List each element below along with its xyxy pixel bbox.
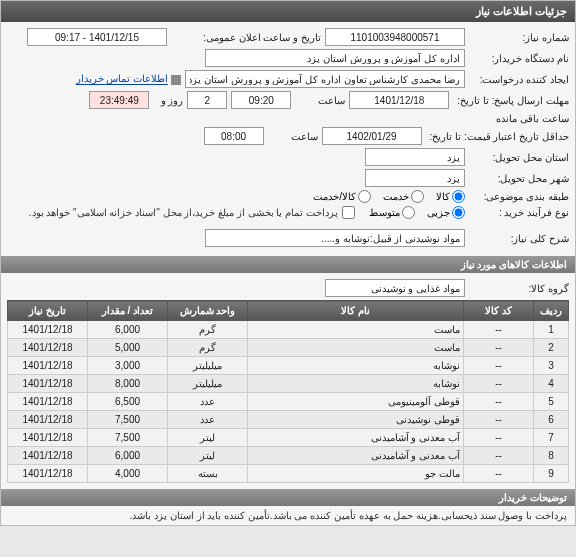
cell-date: 1401/12/18 xyxy=(8,411,88,429)
class-service-label: خدمت xyxy=(383,191,409,202)
cell-code: -- xyxy=(464,447,534,465)
items-table: ردیف کد کالا نام کالا واحد شمارش تعداد /… xyxy=(7,300,569,483)
cell-r: 4 xyxy=(534,375,569,393)
cell-r: 1 xyxy=(534,321,569,339)
cell-r: 7 xyxy=(534,429,569,447)
time-remain-label: ساعت باقی مانده xyxy=(489,113,569,124)
cell-qty: 7,500 xyxy=(88,429,168,447)
class-service-radio[interactable] xyxy=(411,190,424,203)
cell-r: 8 xyxy=(534,447,569,465)
creator-input[interactable] xyxy=(185,70,465,88)
cell-code: -- xyxy=(464,357,534,375)
col-row: ردیف xyxy=(534,301,569,321)
need-details-panel: جزئیات اطلاعات نیاز شماره نیاز: تاریخ و … xyxy=(0,0,576,526)
items-body: گروه کالا: ردیف کد کالا نام کالا واحد شم… xyxy=(1,273,575,489)
buy-med-radio[interactable] xyxy=(402,206,415,219)
class-both-radio[interactable] xyxy=(358,190,371,203)
cell-unit: میلیلیتر xyxy=(168,357,248,375)
valid-time-input[interactable] xyxy=(204,127,264,145)
class-goods-label: کالا xyxy=(436,191,450,202)
creator-label: ایجاد کننده درخواست: xyxy=(469,74,569,85)
days-remain-input[interactable] xyxy=(187,91,227,109)
cell-code: -- xyxy=(464,429,534,447)
valid-label: حداقل تاریخ اعتبار قیمت: تا تاریخ: xyxy=(426,131,569,142)
class-both-label: کالا/خدمت xyxy=(313,191,356,202)
col-date: تاریخ نیاز xyxy=(8,301,88,321)
deadline-date-input[interactable] xyxy=(349,91,449,109)
buyer-org-input[interactable] xyxy=(205,49,465,67)
class-radio-group: کالا خدمت کالا/خدمت xyxy=(303,190,465,203)
deadline-label: مهلت ارسال پاسخ: تا تاریخ: xyxy=(453,95,569,106)
cell-unit: لیتر xyxy=(168,447,248,465)
col-name: نام کالا xyxy=(248,301,464,321)
cell-r: 2 xyxy=(534,339,569,357)
buy-small-label: جزیی xyxy=(427,207,450,218)
buy-small-radio[interactable] xyxy=(452,206,465,219)
desc-input[interactable] xyxy=(205,229,465,247)
cell-name: نوشابه xyxy=(248,357,464,375)
col-qty: تعداد / مقدار xyxy=(88,301,168,321)
buy-type-radio-group: جزیی متوسط xyxy=(359,206,465,219)
province-label: استان محل تحویل: xyxy=(469,152,569,163)
ann-date-input[interactable] xyxy=(27,28,167,46)
cell-unit: لیتر xyxy=(168,429,248,447)
cell-date: 1401/12/18 xyxy=(8,339,88,357)
table-row[interactable]: 6--قوطی نوشیدنیعدد7,5001401/12/18 xyxy=(8,411,569,429)
cell-unit: عدد xyxy=(168,411,248,429)
cell-qty: 5,000 xyxy=(88,339,168,357)
province-input[interactable] xyxy=(365,148,465,166)
cell-r: 9 xyxy=(534,465,569,483)
table-row[interactable]: 9--مالت جوبسته4,0001401/12/18 xyxy=(8,465,569,483)
buy-med-label: متوسط xyxy=(369,207,400,218)
desc-label: شرح کلی نیاز: xyxy=(469,233,569,244)
time-remain-input[interactable] xyxy=(89,91,149,109)
city-input[interactable] xyxy=(365,169,465,187)
table-row[interactable]: 7--آب معدنی و آشامیدنیلیتر7,5001401/12/1… xyxy=(8,429,569,447)
cell-qty: 4,000 xyxy=(88,465,168,483)
table-row[interactable]: 4--نوشابهمیلیلیتر8,0001401/12/18 xyxy=(8,375,569,393)
notes-section-header: توضیحات خریدار xyxy=(1,489,575,506)
cell-qty: 6,500 xyxy=(88,393,168,411)
cell-date: 1401/12/18 xyxy=(8,429,88,447)
cell-name: آب معدنی و آشامیدنی xyxy=(248,429,464,447)
table-row[interactable]: 1--ماستگرم6,0001401/12/18 xyxy=(8,321,569,339)
cell-r: 5 xyxy=(534,393,569,411)
cell-qty: 6,000 xyxy=(88,447,168,465)
cell-code: -- xyxy=(464,393,534,411)
cell-r: 6 xyxy=(534,411,569,429)
cell-unit: بسته xyxy=(168,465,248,483)
group-input[interactable] xyxy=(325,279,465,297)
contact-icon xyxy=(171,75,181,85)
deadline-time-input[interactable] xyxy=(231,91,291,109)
cell-qty: 7,500 xyxy=(88,411,168,429)
class-goods-radio[interactable] xyxy=(452,190,465,203)
table-row[interactable]: 8--آب معدنی و آشامیدنیلیتر6,0001401/12/1… xyxy=(8,447,569,465)
cell-name: قوطی نوشیدنی xyxy=(248,411,464,429)
cell-date: 1401/12/18 xyxy=(8,321,88,339)
cell-date: 1401/12/18 xyxy=(8,447,88,465)
cell-name: آب معدنی و آشامیدنی xyxy=(248,447,464,465)
days-label: روز و xyxy=(153,95,183,106)
need-no-label: شماره نیاز: xyxy=(469,32,569,43)
items-section-header: اطلاعات کالاهای مورد نیاز xyxy=(1,256,575,273)
cell-r: 3 xyxy=(534,357,569,375)
buyer-notes: پرداخت با وصول سند ذیحسابی.هزینه حمل به … xyxy=(1,506,575,525)
deadline-time-label: ساعت xyxy=(295,95,345,106)
treasury-checkbox[interactable] xyxy=(342,206,355,219)
table-row[interactable]: 2--ماستگرم5,0001401/12/18 xyxy=(8,339,569,357)
cell-name: قوطی آلومینیومی xyxy=(248,393,464,411)
valid-date-input[interactable] xyxy=(322,127,422,145)
cell-name: ماست xyxy=(248,321,464,339)
cell-qty: 3,000 xyxy=(88,357,168,375)
need-no-input[interactable] xyxy=(325,28,465,46)
contact-buyer-link[interactable]: اطلاعات تماس خریدار xyxy=(76,73,181,84)
cell-unit: گرم xyxy=(168,339,248,357)
valid-time-label: ساعت xyxy=(268,131,318,142)
table-row[interactable]: 3--نوشابهمیلیلیتر3,0001401/12/18 xyxy=(8,357,569,375)
contact-label: اطلاعات تماس خریدار xyxy=(76,73,169,85)
group-label: گروه کالا: xyxy=(469,283,569,294)
col-unit: واحد شمارش xyxy=(168,301,248,321)
cell-code: -- xyxy=(464,321,534,339)
cell-code: -- xyxy=(464,465,534,483)
table-row[interactable]: 5--قوطی آلومینیومیعدد6,5001401/12/18 xyxy=(8,393,569,411)
